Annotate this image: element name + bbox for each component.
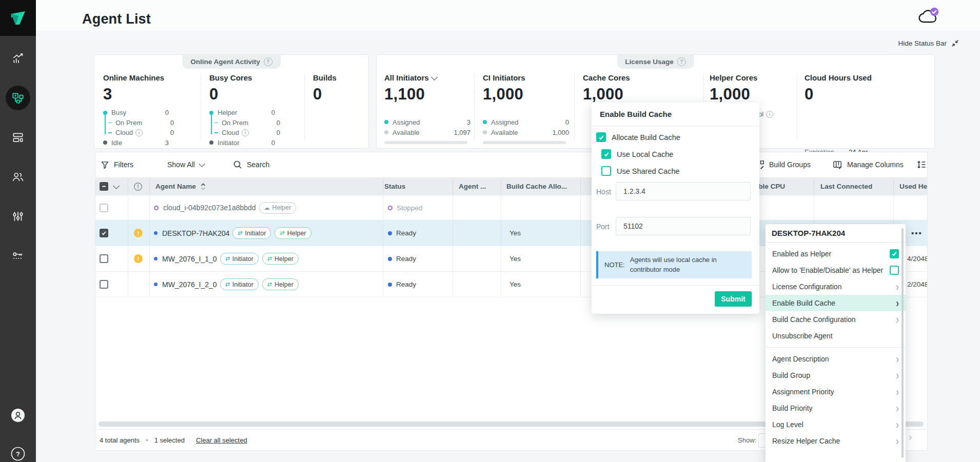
- stat-title: Busy Cores: [209, 73, 280, 82]
- use-shared-cache-checkbox[interactable]: Use Shared Cache: [601, 166, 680, 176]
- stat-value: 1,000: [583, 85, 630, 104]
- manage-columns-button[interactable]: Manage Columns: [833, 158, 904, 171]
- menu-item-label: Build Cache Configuration: [772, 315, 896, 324]
- checkbox-unchecked-icon: [601, 166, 611, 176]
- build-cache-column-header[interactable]: Build Cache Allo...: [506, 177, 567, 195]
- sidebar-item-agents[interactable]: [6, 86, 30, 110]
- clear-all-selected-link[interactable]: Clear all selected: [196, 436, 247, 444]
- incredibuild-logo[interactable]: [0, 0, 36, 36]
- sidebar-item-builds[interactable]: [6, 125, 30, 150]
- assigned-value: 3: [467, 118, 471, 126]
- license-pill: License Usage ?: [617, 55, 694, 69]
- sidebar-item-license[interactable]: [6, 244, 30, 268]
- activity-help-icon[interactable]: ?: [264, 57, 272, 66]
- stat-value: 1,000: [483, 85, 569, 104]
- badge-label: Helper: [275, 255, 293, 263]
- search-button[interactable]: Search: [233, 158, 269, 171]
- submit-button[interactable]: Submit: [715, 291, 752, 307]
- menu-scrollbar[interactable]: [901, 228, 904, 458]
- info-icon[interactable]: i: [242, 129, 249, 136]
- hide-status-bar-label: Hide Status Bar: [898, 39, 947, 47]
- menu-item-assignment-priority[interactable]: Assignment Priority ›: [766, 384, 906, 400]
- initiator-badge: ⇄ Initiator: [232, 227, 271, 239]
- status-column-header[interactable]: Status: [384, 177, 405, 195]
- help-button[interactable]: ?: [6, 441, 30, 462]
- menu-item-build-group[interactable]: Build Group ›: [766, 367, 906, 384]
- menu-item-enable-build-cache[interactable]: Enable Build Cache ›: [766, 295, 906, 311]
- build-groups-button[interactable]: Build Groups: [755, 158, 811, 171]
- column-label: Last Connected: [820, 183, 872, 190]
- cloud-status-button[interactable]: [916, 6, 941, 27]
- row-checkbox[interactable]: [100, 254, 108, 263]
- sidebar-item-users[interactable]: [6, 165, 30, 189]
- agent-column-header[interactable]: Agent ...: [459, 177, 486, 195]
- menu-item-unsubscribe-agent[interactable]: Unsubscribe Agent: [766, 328, 906, 344]
- sidebar-item-analytics[interactable]: [6, 46, 30, 71]
- available-label: Available: [491, 129, 518, 136]
- helper-value: 0: [271, 109, 275, 116]
- show-all-dropdown[interactable]: Show All: [167, 158, 204, 171]
- info-icon[interactable]: i: [135, 129, 143, 136]
- idle-dot: [103, 140, 107, 145]
- used-helper-column-header[interactable]: Used He...: [899, 177, 928, 195]
- alerts-column-header[interactable]: [133, 177, 143, 195]
- collapse-icon: [951, 39, 959, 48]
- cloud-label: Cloud: [222, 129, 239, 136]
- row-checkbox[interactable]: [100, 204, 108, 212]
- stat-value: 0: [313, 85, 337, 104]
- online-agent-activity-card: Online Agent Activity ? Online Machines …: [94, 54, 369, 149]
- search-label: Search: [247, 160, 269, 169]
- menu-item-license-configuration[interactable]: License Configuration ›: [766, 278, 906, 295]
- all-initiators-dropdown[interactable]: All Initiators: [384, 73, 471, 82]
- onprem-label: On Prem: [115, 119, 142, 127]
- sidebar-item-settings[interactable]: [6, 204, 30, 229]
- menu-item-build-priority[interactable]: Build Priority ›: [766, 400, 906, 416]
- port-input[interactable]: [616, 217, 751, 235]
- menu-item-log-level[interactable]: Log Level ›: [766, 416, 906, 433]
- helper-badge: ⇄ Helper: [275, 227, 311, 239]
- warning-icon[interactable]: !: [134, 254, 143, 263]
- menu-item-resize-helper-cache[interactable]: Resize Helper Cache ›: [766, 433, 906, 449]
- checkbox-label: Allocate Build Cache: [612, 133, 680, 142]
- status-label: Stopped: [397, 204, 422, 212]
- row-checkbox[interactable]: [100, 280, 108, 289]
- next-page-button[interactable]: ›: [909, 431, 912, 443]
- license-help-icon[interactable]: ?: [677, 57, 686, 66]
- use-local-cache-checkbox[interactable]: Use Local Cache: [601, 149, 673, 159]
- menu-item-build-cache-configuration[interactable]: Build Cache Configuration ›: [766, 311, 906, 328]
- stat-value: 1,100: [384, 85, 471, 104]
- menu-item-enabled-as-helper[interactable]: Enabled as Helper: [766, 246, 906, 262]
- status-label: Ready: [396, 229, 416, 237]
- row-actions-kebab[interactable]: •••: [911, 229, 923, 237]
- helper-badge: ☁ Helper: [259, 202, 297, 214]
- agent-name: MW_2076_I_2_0: [162, 280, 217, 289]
- account-button[interactable]: [6, 403, 30, 428]
- table-row[interactable]: cloud_i-04b92c073e1a8bbdd ☁ Helper Stopp…: [95, 195, 927, 220]
- filters-button[interactable]: Filters: [101, 158, 133, 171]
- menu-item-agent-description[interactable]: Agent Description ›: [766, 351, 906, 367]
- divider: [201, 73, 201, 140]
- column-label: Status: [384, 183, 405, 190]
- warning-icon[interactable]: !: [134, 229, 143, 237]
- info-icon[interactable]: i: [766, 111, 773, 118]
- menu-item-allow-enable-disable[interactable]: Allow to 'Enable/Disable' as Helper: [766, 262, 906, 278]
- used-helper-value: 4/2048: [907, 255, 928, 263]
- available-label: Available: [393, 129, 420, 136]
- last-connected-column-header[interactable]: Last Connected: [820, 177, 872, 195]
- host-input[interactable]: [616, 182, 751, 200]
- select-all-checkbox[interactable]: [100, 177, 108, 195]
- stat-legend: Busy 0 On Prem 0 Cloud i 0 Idle 3: [103, 108, 174, 148]
- note-label: NOTE:: [604, 261, 625, 269]
- row-height-button[interactable]: [916, 158, 927, 171]
- row-checkbox[interactable]: [100, 229, 108, 237]
- select-all-chevron[interactable]: [114, 177, 119, 195]
- ci-initiators-stat: CI Initiators 1,000 Assigned 0 Available…: [483, 73, 569, 144]
- sort-icon: [200, 183, 206, 191]
- page-title: Agent List: [82, 11, 151, 27]
- status-dot: [388, 206, 393, 210]
- agent-name-column-header[interactable]: Agent Name: [155, 177, 206, 195]
- allocate-build-cache-checkbox[interactable]: Allocate Build Cache: [596, 132, 680, 142]
- bullet: •: [146, 436, 148, 444]
- question-circle-icon: ?: [11, 447, 25, 461]
- hide-status-bar-button[interactable]: Hide Status Bar: [872, 38, 959, 48]
